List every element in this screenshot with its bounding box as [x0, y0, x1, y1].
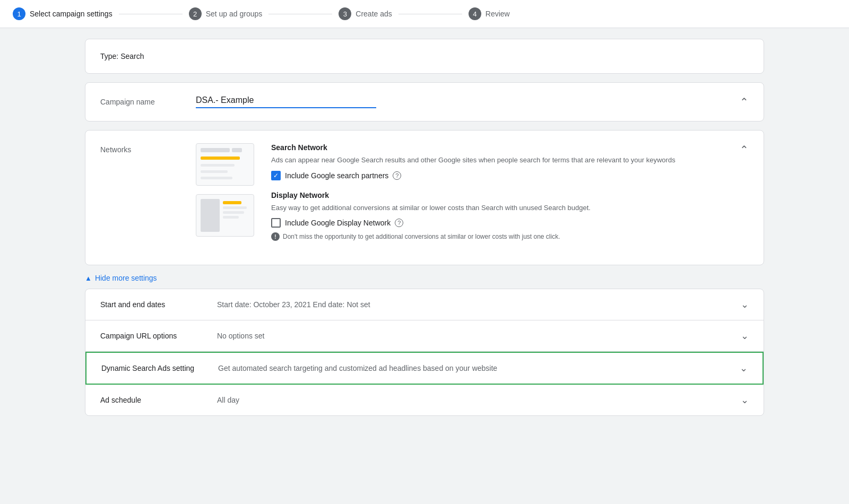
start-end-dates-label: Start and end dates [100, 300, 217, 309]
step-1-label: Select campaign settings [30, 10, 112, 18]
search-network-description: Ads can appear near Google Search result… [271, 155, 733, 166]
search-network-section: Search Network Ads can appear near Googl… [271, 143, 733, 180]
dynamic-search-ads-chevron: ⌄ [740, 362, 748, 374]
search-network-title: Search Network [271, 143, 733, 152]
campaign-name-card: Campaign name ⌃ [85, 82, 764, 121]
search-partners-checkbox[interactable]: ✓ [271, 171, 281, 180]
ad-schedule-value: All day [217, 396, 734, 404]
networks-label: Networks [100, 143, 196, 154]
check-icon: ✓ [273, 172, 279, 179]
step-3-label: Create ads [356, 10, 392, 18]
display-network-illustration [196, 194, 254, 237]
hide-settings-label: Hide more settings [95, 274, 157, 282]
step-connector-1-2 [119, 14, 183, 14]
networks-details: Search Network Ads can appear near Googl… [271, 143, 733, 252]
step-1-circle: 1 [13, 7, 25, 20]
step-4-label: Review [486, 10, 510, 18]
search-partners-checkbox-row: ✓ Include Google search partners ? [271, 171, 733, 180]
start-end-dates-row[interactable]: Start and end dates Start date: October … [85, 289, 764, 320]
ad-schedule-row[interactable]: Ad schedule All day ⌄ [85, 385, 764, 415]
ad-schedule-chevron: ⌄ [741, 394, 749, 406]
step-2-label: Set up ad groups [206, 10, 263, 18]
search-partners-help-icon[interactable]: ? [393, 171, 401, 180]
campaign-name-label: Campaign name [100, 95, 196, 106]
type-card: Type: Search [85, 39, 764, 74]
networks-content: Search Network Ads can appear near Googl… [196, 143, 733, 252]
info-icon: ! [271, 232, 280, 241]
networks-card: Networks [85, 130, 764, 265]
campaign-name-input-wrap [196, 95, 733, 108]
display-network-description: Easy way to get additional conversions a… [271, 203, 733, 213]
campaign-url-options-value: No options set [217, 332, 734, 340]
start-end-dates-value: Start date: October 23, 2021 End date: N… [217, 300, 734, 309]
display-network-title: Display Network [271, 191, 733, 199]
network-illustrations [196, 143, 254, 237]
campaign-url-options-label: Campaign URL options [100, 332, 217, 340]
dynamic-search-ads-label: Dynamic Search Ads setting [101, 364, 218, 372]
type-value: Search [120, 52, 144, 60]
ad-schedule-label: Ad schedule [100, 396, 217, 404]
step-4[interactable]: 4 Review [469, 7, 510, 20]
chevron-up-icon: ▲ [85, 274, 92, 282]
step-4-circle: 4 [469, 7, 481, 20]
step-3-circle: 3 [339, 7, 351, 20]
start-end-dates-chevron: ⌄ [741, 299, 749, 310]
display-network-info-text: Don't miss the opportunity to get additi… [283, 232, 560, 241]
display-network-checkbox-row: Include Google Display Network ? [271, 218, 733, 228]
display-network-label: Include Google Display Network [285, 219, 391, 227]
campaign-url-options-row[interactable]: Campaign URL options No options set ⌄ [85, 320, 764, 352]
display-network-checkbox[interactable] [271, 218, 281, 228]
display-network-section: Display Network Easy way to get addition… [271, 191, 733, 242]
dynamic-search-ads-row[interactable]: Dynamic Search Ads setting Get automated… [85, 352, 764, 385]
display-network-help-icon[interactable]: ? [395, 219, 403, 227]
step-1[interactable]: 1 Select campaign settings [13, 7, 112, 20]
type-prefix: Type: [100, 52, 120, 60]
step-connector-3-4 [398, 14, 462, 14]
more-settings-card: Start and end dates Start date: October … [85, 289, 764, 416]
campaign-name-input[interactable] [196, 95, 376, 108]
step-connector-2-3 [268, 14, 332, 14]
hide-more-settings-link[interactable]: ▲ Hide more settings [85, 274, 764, 282]
step-2[interactable]: 2 Set up ad groups [189, 7, 263, 20]
campaign-url-options-chevron: ⌄ [741, 330, 749, 342]
step-3[interactable]: 3 Create ads [339, 7, 392, 20]
step-2-circle: 2 [189, 7, 202, 20]
search-network-illustration [196, 143, 254, 186]
dynamic-search-ads-value: Get automated search targeting and custo… [218, 364, 733, 372]
collapse-campaign-name-icon[interactable]: ⌃ [740, 95, 749, 108]
progress-bar: 1 Select campaign settings 2 Set up ad g… [0, 0, 849, 28]
search-partners-label: Include Google search partners [285, 171, 388, 180]
display-network-info-row: ! Don't miss the opportunity to get addi… [271, 232, 733, 241]
collapse-networks-icon[interactable]: ⌃ [740, 143, 749, 156]
main-content: Type: Search Campaign name ⌃ Networks [0, 28, 849, 427]
